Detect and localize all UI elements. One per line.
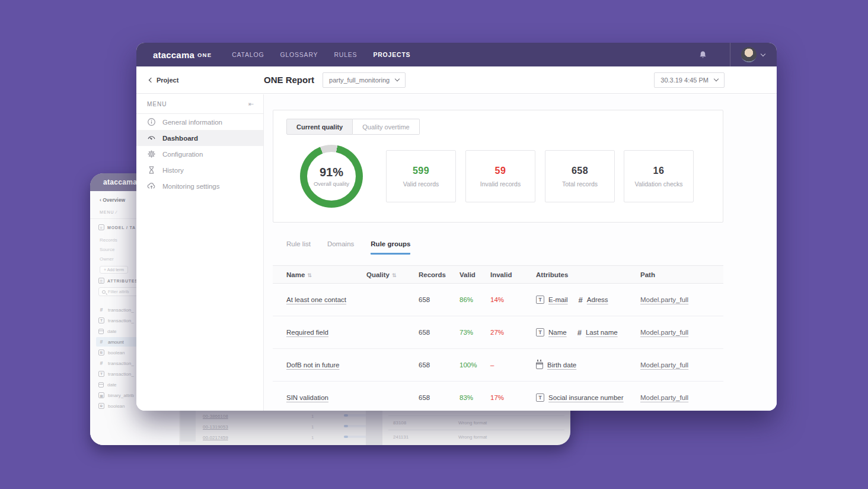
stat-value: 599 [413, 166, 429, 176]
back-link-project[interactable]: Project [149, 77, 264, 84]
invalid-cell: – [490, 361, 536, 369]
type-binary-icon: ▦ [98, 392, 104, 398]
ataccama-logo: ataccama [103, 178, 137, 186]
invalid-cell: 14% [490, 296, 536, 303]
sort-icon[interactable]: ⇅ [307, 272, 312, 278]
overall-quality-value: 91% [320, 166, 343, 179]
type-boolean-icon: B [98, 350, 104, 355]
rule-link[interactable]: Required field [286, 329, 328, 336]
tab-domains[interactable]: Domains [327, 240, 354, 255]
record-id-link[interactable]: 00-1319053 [203, 424, 228, 430]
valid-cell: 86% [459, 296, 490, 303]
dashboard-icon [147, 134, 156, 142]
sort-icon[interactable]: ⇅ [392, 272, 397, 278]
column-header-quality[interactable]: Quality⇅ [366, 271, 419, 278]
tab-rule-list[interactable]: Rule list [286, 240, 311, 255]
table-row[interactable]: At least one contact 658 86% 14% TE-mail… [273, 284, 723, 316]
path-link[interactable]: Model.party_full [640, 329, 688, 336]
record-count: 1 [311, 435, 314, 440]
sample-status: Wrong format [458, 420, 487, 426]
type-text-icon: T [536, 296, 544, 304]
path-link[interactable]: Model.party_full [640, 361, 688, 369]
sidebar-item-dashboard[interactable]: Dashboard [136, 130, 263, 146]
invalid-cell: 27% [490, 329, 536, 336]
type-boolean-icon: B [98, 403, 104, 409]
attribute-chip[interactable]: #Last name [577, 328, 618, 337]
column-header-valid: Valid [459, 271, 490, 278]
invalid-sample-row: 83108 Wrong format [388, 415, 564, 430]
add-term-button[interactable]: + Add term [100, 266, 128, 274]
ataccama-one-label: ONE [197, 52, 212, 58]
stat-label: Valid records [403, 180, 439, 188]
record-id-link[interactable]: 00-3866108 [203, 414, 228, 419]
rule-link[interactable]: At least one contact [286, 296, 346, 303]
section-attributes: ☰ ATTRIBUTES [98, 278, 138, 284]
nav-projects[interactable]: PROJECTS [373, 51, 410, 58]
type-number-icon: # [98, 339, 104, 345]
type-number-icon: # [98, 360, 104, 366]
sidebar-item-general-information[interactable]: General information [136, 114, 263, 130]
chevron-down-icon [714, 77, 719, 81]
record-id-link[interactable]: 00-0217459 [203, 435, 228, 440]
chevron-left-icon [149, 77, 154, 82]
sidebar-item-history[interactable]: History [136, 162, 263, 178]
user-menu[interactable] [730, 47, 777, 62]
model-icon: ⌑ [98, 224, 104, 230]
ataccama-logo: ataccama [153, 50, 194, 60]
app-header: ataccama ONE CATALOG GLOSSARY RULES PROJ… [136, 43, 777, 66]
overall-quality-label: Overall quality [314, 180, 349, 187]
attribute-chip[interactable]: TE-mail [536, 296, 568, 304]
path-link[interactable]: Model.party_full [640, 394, 688, 401]
header-right [698, 43, 777, 66]
stat-label: Validation checks [635, 180, 683, 188]
records-cell: 658 [419, 394, 459, 401]
report-select[interactable]: party_full_monitoring [323, 72, 406, 88]
tab-rule-groups[interactable]: Rule groups [371, 240, 410, 255]
tab-current-quality[interactable]: Current quality [286, 119, 353, 135]
attribute-chip[interactable]: Birth date [536, 361, 576, 369]
stat-label: Total records [562, 180, 598, 188]
quality-tabs: Current quality Quality overtime [286, 119, 420, 135]
tab-quality-overtime[interactable]: Quality overtime [353, 119, 419, 135]
bell-icon[interactable] [698, 50, 707, 59]
stat-validation-checks: 16 Validation checks [624, 150, 694, 202]
hourglass-icon [147, 166, 156, 174]
stat-value: 658 [572, 166, 588, 176]
record-count: 1 [311, 414, 314, 419]
column-header-attributes: Attributes [536, 271, 640, 278]
path-link[interactable]: Model.party_full [640, 296, 688, 303]
back-link-overview[interactable]: ‹ Overview [100, 197, 125, 203]
sidebar-item-configuration[interactable]: Configuration [136, 146, 263, 162]
records-cell: 658 [419, 296, 459, 303]
rule-groups-table: Name⇅ Quality⇅ Records Valid Invalid Att… [273, 265, 723, 411]
rule-link[interactable]: DofB not in future [286, 361, 340, 369]
stat-value: 59 [495, 166, 506, 176]
rule-link[interactable]: SIN validation [286, 394, 328, 401]
nav-rules[interactable]: RULES [334, 51, 357, 58]
nav-glossary[interactable]: GLOSSARY [280, 51, 318, 58]
attribute-chip[interactable]: TSocial insurance number [536, 393, 624, 402]
overall-quality-donut: 91% Overall quality [300, 145, 363, 208]
nav-catalog[interactable]: CATALOG [232, 51, 264, 58]
avatar[interactable] [741, 47, 757, 62]
table-row[interactable]: SIN validation 658 83% 17% TSocial insur… [273, 382, 723, 411]
records-cell: 658 [419, 329, 459, 336]
attribute-chip[interactable]: TName [536, 328, 567, 337]
sample-status: Wrong format [458, 434, 487, 440]
valid-cell: 73% [459, 329, 490, 336]
table-row[interactable]: Required field 658 73% 27% TName #Last n… [273, 316, 723, 349]
info-icon [147, 118, 156, 126]
sidebar-item-monitoring-settings[interactable]: Monitoring settings [136, 178, 263, 194]
attribute-chip[interactable]: #Adress [579, 296, 608, 304]
current-quality-card: Current quality Quality overtime 91% Ove… [273, 110, 723, 223]
column-header-name[interactable]: Name⇅ [286, 271, 366, 278]
date-select[interactable]: 30.3.19 4:45 PM [654, 72, 725, 88]
main-nav: CATALOG GLOSSARY RULES PROJECTS [232, 51, 410, 58]
type-number-icon: # [98, 307, 104, 313]
table-row[interactable]: DofB not in future 658 100% – Birth date… [273, 349, 723, 382]
pin-icon[interactable]: ∕ [116, 210, 117, 214]
donut-center: 91% Overall quality [307, 152, 356, 201]
collapse-sidebar-icon[interactable]: ⇤ [248, 100, 254, 108]
type-text-icon: T [98, 317, 104, 323]
invalid-cell: 17% [490, 394, 536, 401]
